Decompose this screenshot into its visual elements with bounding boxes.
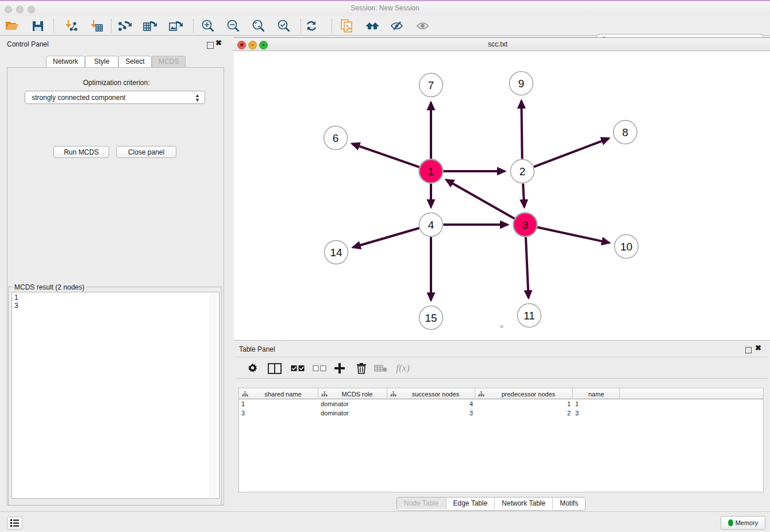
table-cell[interactable]: dominator (318, 399, 387, 408)
session-title: Session: New Session (0, 4, 770, 12)
graph-edge-1-to-6[interactable] (352, 144, 419, 167)
table-cell[interactable]: 3 (573, 408, 620, 418)
graph-node-label: 15 (425, 312, 437, 324)
graph-node-8[interactable]: 8 (614, 121, 637, 144)
table-column-header[interactable]: MCDS role (318, 388, 387, 399)
close-panel-button[interactable]: Close panel (116, 146, 176, 158)
table-tab-network-table[interactable]: Network Table (495, 498, 553, 509)
control-panel-tab-network[interactable]: Network (46, 56, 85, 67)
table-delete-icon (374, 361, 388, 375)
select-all-checkboxes-icon[interactable] (290, 361, 306, 375)
graph-node-15[interactable]: 15 (419, 306, 443, 330)
table-tab-node-table[interactable]: Node Table (397, 498, 446, 509)
table-body: 1dominator4113dominator323 (239, 399, 763, 418)
split-columns-icon[interactable] (267, 361, 282, 375)
home-icon[interactable] (365, 18, 380, 33)
optimization-criterion-select[interactable]: strongly connected component ▲▼ (25, 91, 205, 104)
open-folder-icon[interactable] (5, 18, 20, 33)
memory-button[interactable]: Memory (721, 516, 765, 530)
graph-node-2[interactable]: 2 (511, 160, 534, 183)
gear-icon[interactable] (245, 361, 259, 375)
table-column-header[interactable]: successor nodes (387, 388, 475, 399)
import-network-icon[interactable] (63, 18, 78, 33)
close-icon[interactable]: ✖ (215, 38, 222, 47)
deselect-all-checkboxes-icon[interactable] (312, 361, 328, 375)
table-column-header[interactable]: shared name (239, 388, 318, 399)
table-cell[interactable]: 2 (475, 408, 573, 418)
table-cell[interactable]: dominator (318, 408, 387, 418)
graph-edge-4-to-14[interactable] (353, 228, 419, 248)
graph-node-1[interactable]: 1 (419, 160, 443, 183)
table-cell[interactable]: 3 (239, 408, 318, 418)
table-column-header[interactable]: predecessor nodes (475, 388, 573, 399)
mcds-result-text[interactable]: 13 (11, 292, 220, 499)
save-icon[interactable] (30, 18, 45, 33)
graph-edge-3-to-10[interactable] (537, 228, 609, 243)
graph-edge-3-to-1[interactable] (446, 180, 515, 218)
table-cell[interactable]: 3 (387, 408, 475, 418)
main-toolbar (0, 16, 770, 36)
task-list-icon[interactable] (7, 516, 22, 530)
float-panel-icon[interactable] (745, 347, 752, 353)
table-row[interactable]: 1dominator411 (239, 399, 763, 408)
export-image-icon[interactable] (168, 18, 183, 33)
table-column-label: shared name (248, 391, 318, 398)
graph-node-7[interactable]: 7 (419, 74, 443, 97)
table-column-header[interactable]: name (573, 388, 620, 399)
table-row[interactable]: 3dominator323 (239, 408, 763, 418)
export-table-icon[interactable] (143, 18, 157, 33)
table-cell[interactable]: 1 (573, 399, 620, 408)
vertical-scrollbar[interactable] (209, 294, 217, 497)
shared-column-icon (390, 391, 396, 397)
close-icon[interactable]: ✖ (755, 344, 761, 352)
graph-node-3[interactable]: 3 (514, 213, 537, 237)
mcds-result-lines: 13 (14, 294, 217, 310)
mcds-result-line: 1 (14, 294, 217, 302)
export-network-icon[interactable] (118, 18, 133, 33)
graph-edge-2-to-9[interactable] (521, 101, 522, 159)
refresh-icon[interactable] (304, 18, 319, 33)
table-tabs: Node TableEdge TableNetwork TableMotifs (396, 497, 586, 511)
hide-selected-icon[interactable] (390, 18, 405, 33)
zoom-selected-icon[interactable] (276, 18, 291, 33)
table-cell[interactable]: 1 (239, 399, 318, 408)
optimization-criterion-value: strongly connected component (32, 94, 125, 102)
graph-node-label: 4 (428, 219, 434, 231)
zoom-out-icon[interactable] (226, 18, 241, 33)
table-cell[interactable]: 1 (475, 399, 573, 408)
mcds-result-group-title: MCDS result (2 nodes) (13, 283, 86, 291)
float-panel-icon[interactable] (207, 42, 214, 49)
control-panel-tab-style[interactable]: Style (85, 56, 118, 67)
table-cell[interactable]: 4 (387, 399, 475, 408)
graph-edge-2-to-3[interactable] (523, 184, 524, 207)
graph-node-14[interactable]: 14 (325, 241, 348, 264)
graph-edge-3-to-11[interactable] (526, 237, 529, 298)
trash-icon[interactable] (355, 361, 368, 375)
graph-node-9[interactable]: 9 (510, 72, 533, 95)
control-panel-tab-mcds[interactable]: MCDS (152, 56, 186, 67)
network-view-window: ✖ − + scc.txt 7968124314101511 (233, 37, 770, 340)
graph-node-10[interactable]: 10 (615, 235, 638, 259)
graph-node-6[interactable]: 6 (324, 126, 348, 150)
run-mcds-button[interactable]: Run MCDS (53, 146, 109, 158)
split-pane-handle[interactable] (500, 325, 503, 328)
network-canvas[interactable]: 7968124314101511 (234, 51, 770, 340)
control-panel-tab-select[interactable]: Select (118, 56, 152, 67)
zoom-in-icon[interactable] (201, 18, 215, 33)
control-panel-title: Control Panel (7, 40, 49, 48)
graph-node-label: 6 (333, 132, 339, 144)
import-table-icon[interactable] (88, 18, 103, 33)
graph-node-4[interactable]: 4 (419, 213, 443, 237)
table-tab-edge-table[interactable]: Edge Table (446, 498, 495, 509)
plus-icon[interactable] (333, 361, 346, 375)
network-graph[interactable]: 7968124314101511 (234, 51, 770, 340)
graph-node-11[interactable]: 11 (518, 304, 541, 327)
node-table[interactable]: shared nameMCDS rolesuccessor nodesprede… (238, 388, 764, 492)
graph-edge-2-to-8[interactable] (534, 138, 609, 167)
graph-node-label: 1 (428, 165, 434, 178)
shared-column-icon (321, 391, 328, 397)
zoom-fit-icon[interactable] (251, 18, 266, 33)
new-network-from-selection-icon[interactable] (340, 18, 355, 33)
table-tab-motifs[interactable]: Motifs (553, 498, 585, 509)
show-all-icon[interactable] (416, 18, 431, 33)
